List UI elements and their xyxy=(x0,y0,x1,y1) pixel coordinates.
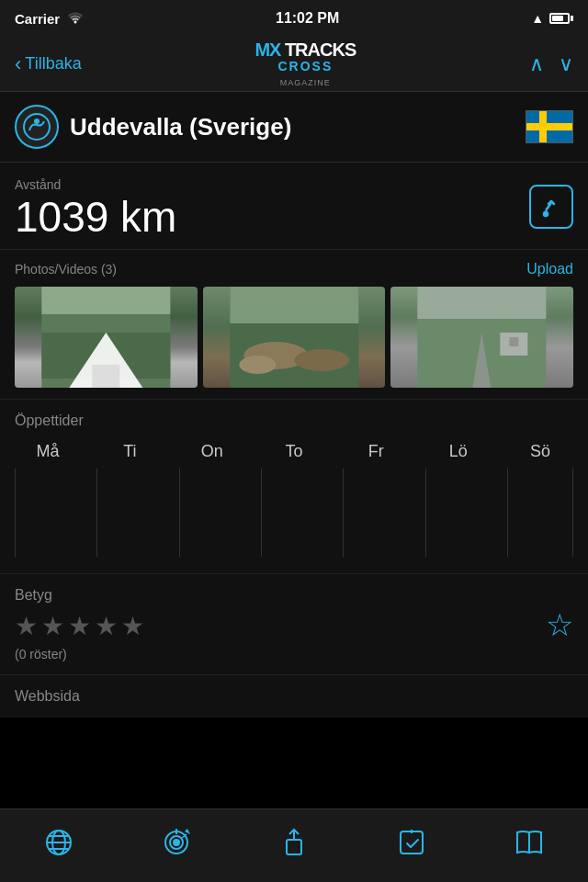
bar-on xyxy=(179,469,245,557)
svg-point-12 xyxy=(239,356,276,374)
location-icon: ▲ xyxy=(531,11,544,26)
tab-globe[interactable] xyxy=(29,817,88,868)
distance-label: Avstånd xyxy=(15,177,176,192)
website-section: Webbsida xyxy=(0,675,588,718)
svg-point-1 xyxy=(34,119,40,124)
svg-rect-14 xyxy=(418,287,547,319)
photos-label: Photos/Videos (3) xyxy=(15,262,117,277)
photo-2[interactable] xyxy=(203,287,386,388)
stars-display: ★ ★ ★ ★ ★ xyxy=(15,611,144,641)
track-title: Uddevalla (Sverige) xyxy=(70,113,291,141)
track-icon xyxy=(15,105,59,149)
svg-rect-30 xyxy=(401,831,423,854)
back-label: Tillbaka xyxy=(25,54,81,74)
tab-book[interactable] xyxy=(500,817,559,868)
opening-hours-title: Öppettider xyxy=(15,413,573,429)
route-button[interactable] xyxy=(529,185,573,229)
track-info: Uddevalla (Sverige) xyxy=(15,105,291,149)
track-header: Uddevalla (Sverige) xyxy=(0,92,588,163)
carrier-label: Carrier xyxy=(15,11,60,27)
tab-share[interactable] xyxy=(265,817,323,868)
country-flag xyxy=(526,110,573,143)
rating-section: Betyg ★ ★ ★ ★ ★ (0 röster) ☆ xyxy=(0,574,588,675)
rating-title: Betyg xyxy=(15,587,144,604)
photos-header: Photos/Videos (3) Upload xyxy=(15,261,573,277)
star-2: ★ xyxy=(41,611,64,641)
star-5: ★ xyxy=(121,611,144,641)
nav-bar: ‹ Tillbaka MX TRACKS CROSS MAGAZINE ∧ ∨ xyxy=(0,37,588,92)
logo-mx: MX xyxy=(254,40,280,60)
svg-rect-16 xyxy=(510,337,519,346)
status-right: ▲ xyxy=(531,11,573,26)
day-to: To xyxy=(261,442,327,461)
distance-info: Avstånd 1039 km xyxy=(15,177,176,238)
svg-point-11 xyxy=(294,349,349,371)
svg-rect-5 xyxy=(41,287,170,314)
bar-to xyxy=(261,469,327,557)
status-time: 11:02 PM xyxy=(276,10,339,27)
bar-ti xyxy=(96,469,163,557)
svg-rect-7 xyxy=(92,365,119,388)
bar-so xyxy=(507,469,573,557)
upload-button[interactable]: Upload xyxy=(526,261,573,277)
logo-cross: CROSS xyxy=(277,59,333,74)
logo-tracks: TRACKS xyxy=(285,40,356,60)
photo-1[interactable] xyxy=(15,287,198,388)
status-left: Carrier xyxy=(15,11,84,27)
svg-rect-28 xyxy=(287,840,301,854)
tab-target[interactable] xyxy=(147,817,206,868)
day-fr: Fr xyxy=(343,442,409,461)
back-button[interactable]: ‹ Tillbaka xyxy=(15,52,82,76)
status-bar: Carrier 11:02 PM ▲ xyxy=(0,0,588,37)
distance-value: 1039 km xyxy=(15,196,176,238)
hours-bars xyxy=(15,469,573,560)
tab-bar xyxy=(0,808,588,882)
vote-count: (0 röster) xyxy=(15,647,144,662)
website-label: Webbsida xyxy=(15,688,573,705)
rate-button[interactable]: ☆ xyxy=(546,606,573,643)
distance-section: Avstånd 1039 km xyxy=(0,163,588,250)
wifi-icon xyxy=(67,11,84,27)
star-1: ★ xyxy=(15,611,38,641)
logo-magazine: MAGAZINE xyxy=(280,78,331,87)
rating-info: Betyg ★ ★ ★ ★ ★ (0 röster) xyxy=(15,587,144,662)
svg-point-0 xyxy=(24,114,50,140)
photos-section: Photos/Videos (3) Upload xyxy=(0,250,588,400)
svg-point-2 xyxy=(544,212,548,216)
svg-rect-9 xyxy=(230,287,358,323)
star-4: ★ xyxy=(95,611,118,641)
tab-edit[interactable] xyxy=(382,817,441,868)
bar-lo xyxy=(425,469,492,557)
star-3: ★ xyxy=(68,611,91,641)
day-on: On xyxy=(179,442,245,461)
opening-hours-section: Öppettider Må Ti On To Fr Lö Sö xyxy=(0,400,588,574)
bar-fr xyxy=(343,469,409,557)
nav-down-button[interactable]: ∨ xyxy=(559,52,573,76)
svg-marker-27 xyxy=(185,829,190,834)
app-logo: MX TRACKS CROSS MAGAZINE xyxy=(254,40,356,88)
photo-3[interactable] xyxy=(390,287,573,388)
day-ti: Ti xyxy=(96,442,163,461)
days-row: Må Ti On To Fr Lö Sö xyxy=(15,442,573,461)
day-lo: Lö xyxy=(425,442,492,461)
nav-arrows: ∧ ∨ xyxy=(529,52,573,76)
day-so: Sö xyxy=(507,442,573,461)
svg-point-24 xyxy=(174,840,179,845)
battery-indicator xyxy=(549,13,573,24)
back-chevron-icon: ‹ xyxy=(15,52,21,76)
photos-grid xyxy=(15,287,573,388)
bar-ma xyxy=(15,469,81,557)
nav-up-button[interactable]: ∧ xyxy=(529,52,544,76)
day-ma: Må xyxy=(15,442,81,461)
